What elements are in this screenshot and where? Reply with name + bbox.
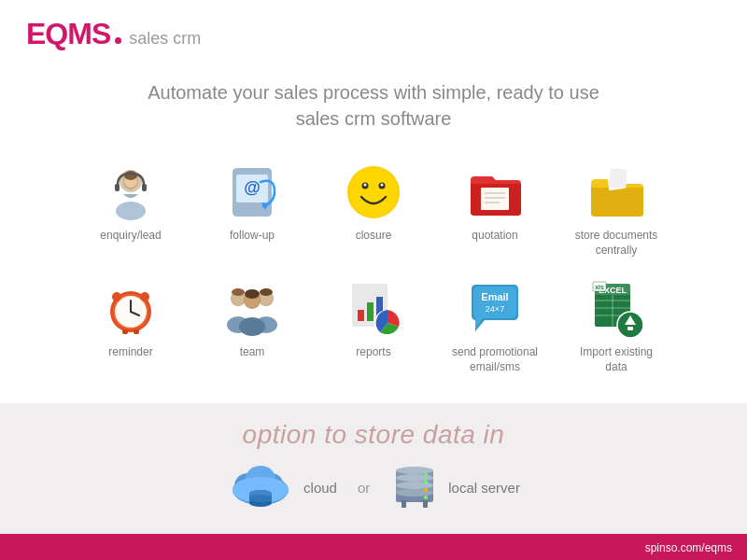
server-label: local server <box>448 480 520 496</box>
svg-text:@: @ <box>244 178 261 197</box>
svg-rect-86 <box>402 500 406 508</box>
svg-rect-47 <box>367 302 374 321</box>
server-icon <box>390 463 439 511</box>
svg-point-84 <box>424 488 428 492</box>
svg-point-85 <box>424 496 428 499</box>
quotation-icon <box>466 163 524 221</box>
reports-icon <box>345 280 402 338</box>
icon-reports: reports <box>313 273 434 368</box>
store-title: option to store data in <box>37 420 710 450</box>
logo-dot <box>115 37 121 44</box>
quotation-label: quotation <box>472 229 517 244</box>
followup-icon: @ <box>223 163 281 221</box>
store-docs-icon <box>587 163 645 221</box>
icon-email-sms: Email 24×7 send promotionalemail/sms <box>434 273 556 382</box>
logo: EQMS sales crm <box>26 17 721 61</box>
svg-point-41 <box>245 289 260 299</box>
icon-followup: @ follow-up <box>191 156 313 251</box>
svg-rect-21 <box>609 168 627 188</box>
logo-sales: sales crm <box>129 29 201 49</box>
team-label: team <box>240 345 265 360</box>
svg-rect-30 <box>122 329 128 334</box>
icon-quotation: quotation <box>434 156 556 251</box>
svg-point-11 <box>349 168 398 217</box>
email-sms-icon: Email 24×7 <box>466 280 524 338</box>
closure-label: closure <box>356 229 392 244</box>
footer: spinso.com/eqms <box>0 534 747 560</box>
svg-rect-87 <box>423 500 428 508</box>
svg-point-14 <box>364 184 367 187</box>
tagline-section: Automate your sales process with simple,… <box>0 70 747 147</box>
tagline: Automate your sales process with simple,… <box>56 79 691 132</box>
cloud-label: cloud <box>303 480 337 496</box>
icons-row-2: reminder <box>28 273 719 382</box>
store-docs-label: store documentscentrally <box>575 229 658 258</box>
svg-point-3 <box>124 171 137 180</box>
icons-section: enquiry/lead @ <box>0 147 747 403</box>
reminder-label: reminder <box>108 345 152 360</box>
svg-point-83 <box>424 481 428 484</box>
store-options: cloud or <box>37 463 710 511</box>
icon-store-docs: store documentscentrally <box>556 156 677 265</box>
cloud-option: cloud <box>227 464 337 511</box>
svg-rect-16 <box>481 188 509 210</box>
main-container: EQMS sales crm Automate your sales proce… <box>0 0 747 560</box>
svg-rect-4 <box>115 184 120 191</box>
team-icon <box>223 280 281 338</box>
svg-point-79 <box>396 482 433 489</box>
icon-closure: closure <box>313 156 434 251</box>
icons-row-1: enquiry/lead @ <box>28 156 719 265</box>
icon-enquiry-lead: enquiry/lead <box>70 156 191 251</box>
svg-point-40 <box>239 317 265 336</box>
import-data-label: Import existingdata <box>580 345 653 374</box>
svg-point-43 <box>260 288 273 296</box>
icon-reminder: reminder <box>70 273 191 368</box>
svg-point-28 <box>112 292 121 301</box>
svg-point-6 <box>116 202 146 220</box>
svg-rect-31 <box>134 329 139 334</box>
import-data-icon: EXCEL xls <box>587 280 645 338</box>
enquiry-lead-label: enquiry/lead <box>100 229 161 244</box>
cloud-icon <box>227 464 294 511</box>
enquiry-lead-icon <box>102 163 160 221</box>
icon-import-data: EXCEL xls Import <box>556 273 677 382</box>
svg-point-73 <box>249 495 272 502</box>
logo-eqms: EQMS <box>26 17 110 51</box>
svg-point-77 <box>396 474 433 482</box>
svg-rect-5 <box>142 184 147 191</box>
or-text: or <box>358 480 370 496</box>
followup-label: follow-up <box>230 229 275 244</box>
svg-point-82 <box>424 473 428 477</box>
svg-text:Email: Email <box>481 291 508 302</box>
svg-point-29 <box>140 292 149 301</box>
svg-point-81 <box>396 489 433 497</box>
svg-rect-61 <box>627 327 633 330</box>
server-option: local server <box>390 463 520 511</box>
svg-point-75 <box>396 467 433 474</box>
svg-text:xls: xls <box>595 284 604 290</box>
icon-team: team <box>191 273 313 368</box>
bottom-section: option to store data in <box>0 403 747 534</box>
svg-text:24×7: 24×7 <box>486 304 504 314</box>
email-sms-label: send promotionalemail/sms <box>452 345 538 374</box>
svg-point-42 <box>232 288 245 296</box>
reports-label: reports <box>356 345 390 360</box>
svg-point-15 <box>381 184 384 187</box>
svg-rect-46 <box>358 310 364 321</box>
header: EQMS sales crm <box>0 0 747 70</box>
footer-url: spinso.com/eqms <box>645 541 732 554</box>
closure-icon <box>345 163 402 221</box>
reminder-icon <box>102 280 160 338</box>
